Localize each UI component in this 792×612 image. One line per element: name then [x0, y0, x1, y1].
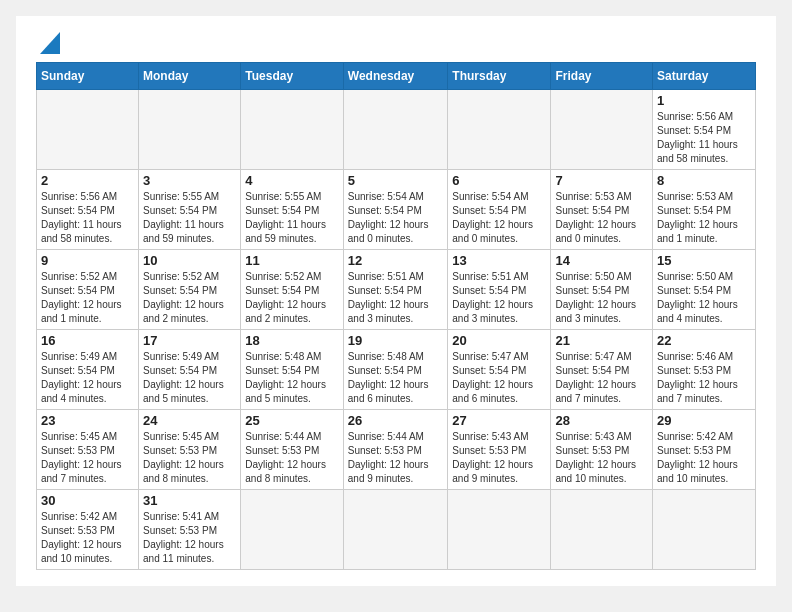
calendar-cell: 17Sunrise: 5:49 AM Sunset: 5:54 PM Dayli… [139, 330, 241, 410]
calendar-cell: 15Sunrise: 5:50 AM Sunset: 5:54 PM Dayli… [653, 250, 756, 330]
day-info: Sunrise: 5:48 AM Sunset: 5:54 PM Dayligh… [348, 350, 444, 406]
calendar-cell: 8Sunrise: 5:53 AM Sunset: 5:54 PM Daylig… [653, 170, 756, 250]
calendar-cell: 10Sunrise: 5:52 AM Sunset: 5:54 PM Dayli… [139, 250, 241, 330]
week-row-4: 23Sunrise: 5:45 AM Sunset: 5:53 PM Dayli… [37, 410, 756, 490]
calendar-cell: 25Sunrise: 5:44 AM Sunset: 5:53 PM Dayli… [241, 410, 344, 490]
week-row-5: 30Sunrise: 5:42 AM Sunset: 5:53 PM Dayli… [37, 490, 756, 570]
day-number: 24 [143, 413, 236, 428]
day-number: 19 [348, 333, 444, 348]
calendar-cell: 27Sunrise: 5:43 AM Sunset: 5:53 PM Dayli… [448, 410, 551, 490]
calendar-cell: 2Sunrise: 5:56 AM Sunset: 5:54 PM Daylig… [37, 170, 139, 250]
day-info: Sunrise: 5:49 AM Sunset: 5:54 PM Dayligh… [41, 350, 134, 406]
day-info: Sunrise: 5:41 AM Sunset: 5:53 PM Dayligh… [143, 510, 236, 566]
day-number: 2 [41, 173, 134, 188]
calendar-cell [653, 490, 756, 570]
calendar-cell [448, 490, 551, 570]
day-number: 27 [452, 413, 546, 428]
calendar-cell: 9Sunrise: 5:52 AM Sunset: 5:54 PM Daylig… [37, 250, 139, 330]
day-number: 15 [657, 253, 751, 268]
day-number: 31 [143, 493, 236, 508]
calendar-cell: 18Sunrise: 5:48 AM Sunset: 5:54 PM Dayli… [241, 330, 344, 410]
weekday-saturday: Saturday [653, 63, 756, 90]
day-info: Sunrise: 5:53 AM Sunset: 5:54 PM Dayligh… [657, 190, 751, 246]
calendar-cell: 5Sunrise: 5:54 AM Sunset: 5:54 PM Daylig… [343, 170, 448, 250]
calendar-cell: 28Sunrise: 5:43 AM Sunset: 5:53 PM Dayli… [551, 410, 653, 490]
day-number: 1 [657, 93, 751, 108]
day-info: Sunrise: 5:44 AM Sunset: 5:53 PM Dayligh… [245, 430, 339, 486]
day-info: Sunrise: 5:52 AM Sunset: 5:54 PM Dayligh… [245, 270, 339, 326]
day-info: Sunrise: 5:45 AM Sunset: 5:53 PM Dayligh… [143, 430, 236, 486]
calendar-cell: 16Sunrise: 5:49 AM Sunset: 5:54 PM Dayli… [37, 330, 139, 410]
day-number: 6 [452, 173, 546, 188]
calendar-cell: 22Sunrise: 5:46 AM Sunset: 5:53 PM Dayli… [653, 330, 756, 410]
calendar-cell: 3Sunrise: 5:55 AM Sunset: 5:54 PM Daylig… [139, 170, 241, 250]
header [36, 32, 756, 54]
calendar-cell: 13Sunrise: 5:51 AM Sunset: 5:54 PM Dayli… [448, 250, 551, 330]
calendar-cell [448, 90, 551, 170]
day-info: Sunrise: 5:47 AM Sunset: 5:54 PM Dayligh… [555, 350, 648, 406]
svg-marker-0 [40, 32, 60, 54]
weekday-header-row: SundayMondayTuesdayWednesdayThursdayFrid… [37, 63, 756, 90]
week-row-2: 9Sunrise: 5:52 AM Sunset: 5:54 PM Daylig… [37, 250, 756, 330]
day-number: 25 [245, 413, 339, 428]
day-info: Sunrise: 5:43 AM Sunset: 5:53 PM Dayligh… [452, 430, 546, 486]
calendar-cell: 24Sunrise: 5:45 AM Sunset: 5:53 PM Dayli… [139, 410, 241, 490]
day-info: Sunrise: 5:54 AM Sunset: 5:54 PM Dayligh… [452, 190, 546, 246]
day-number: 20 [452, 333, 546, 348]
day-number: 29 [657, 413, 751, 428]
day-number: 30 [41, 493, 134, 508]
calendar-cell [241, 90, 344, 170]
weekday-sunday: Sunday [37, 63, 139, 90]
day-info: Sunrise: 5:45 AM Sunset: 5:53 PM Dayligh… [41, 430, 134, 486]
day-info: Sunrise: 5:42 AM Sunset: 5:53 PM Dayligh… [657, 430, 751, 486]
day-number: 3 [143, 173, 236, 188]
calendar-cell: 21Sunrise: 5:47 AM Sunset: 5:54 PM Dayli… [551, 330, 653, 410]
day-info: Sunrise: 5:48 AM Sunset: 5:54 PM Dayligh… [245, 350, 339, 406]
calendar-cell [241, 490, 344, 570]
day-number: 13 [452, 253, 546, 268]
day-info: Sunrise: 5:47 AM Sunset: 5:54 PM Dayligh… [452, 350, 546, 406]
day-info: Sunrise: 5:52 AM Sunset: 5:54 PM Dayligh… [41, 270, 134, 326]
calendar-cell: 1Sunrise: 5:56 AM Sunset: 5:54 PM Daylig… [653, 90, 756, 170]
calendar-cell: 14Sunrise: 5:50 AM Sunset: 5:54 PM Dayli… [551, 250, 653, 330]
day-number: 12 [348, 253, 444, 268]
calendar-cell [551, 90, 653, 170]
day-number: 16 [41, 333, 134, 348]
day-info: Sunrise: 5:42 AM Sunset: 5:53 PM Dayligh… [41, 510, 134, 566]
calendar-cell [343, 90, 448, 170]
logo-inner [36, 32, 60, 54]
day-number: 10 [143, 253, 236, 268]
day-number: 21 [555, 333, 648, 348]
calendar-cell: 26Sunrise: 5:44 AM Sunset: 5:53 PM Dayli… [343, 410, 448, 490]
day-info: Sunrise: 5:52 AM Sunset: 5:54 PM Dayligh… [143, 270, 236, 326]
calendar-cell: 6Sunrise: 5:54 AM Sunset: 5:54 PM Daylig… [448, 170, 551, 250]
day-number: 4 [245, 173, 339, 188]
calendar-cell [551, 490, 653, 570]
day-number: 9 [41, 253, 134, 268]
weekday-wednesday: Wednesday [343, 63, 448, 90]
calendar-cell: 4Sunrise: 5:55 AM Sunset: 5:54 PM Daylig… [241, 170, 344, 250]
weekday-thursday: Thursday [448, 63, 551, 90]
day-info: Sunrise: 5:50 AM Sunset: 5:54 PM Dayligh… [555, 270, 648, 326]
day-number: 28 [555, 413, 648, 428]
calendar-cell: 7Sunrise: 5:53 AM Sunset: 5:54 PM Daylig… [551, 170, 653, 250]
calendar-cell: 11Sunrise: 5:52 AM Sunset: 5:54 PM Dayli… [241, 250, 344, 330]
day-number: 17 [143, 333, 236, 348]
day-info: Sunrise: 5:56 AM Sunset: 5:54 PM Dayligh… [41, 190, 134, 246]
day-number: 26 [348, 413, 444, 428]
day-info: Sunrise: 5:50 AM Sunset: 5:54 PM Dayligh… [657, 270, 751, 326]
weekday-friday: Friday [551, 63, 653, 90]
week-row-3: 16Sunrise: 5:49 AM Sunset: 5:54 PM Dayli… [37, 330, 756, 410]
calendar-cell: 12Sunrise: 5:51 AM Sunset: 5:54 PM Dayli… [343, 250, 448, 330]
day-info: Sunrise: 5:51 AM Sunset: 5:54 PM Dayligh… [348, 270, 444, 326]
calendar-cell: 30Sunrise: 5:42 AM Sunset: 5:53 PM Dayli… [37, 490, 139, 570]
weekday-monday: Monday [139, 63, 241, 90]
calendar-cell [343, 490, 448, 570]
day-number: 22 [657, 333, 751, 348]
calendar-cell: 29Sunrise: 5:42 AM Sunset: 5:53 PM Dayli… [653, 410, 756, 490]
day-info: Sunrise: 5:55 AM Sunset: 5:54 PM Dayligh… [143, 190, 236, 246]
day-number: 5 [348, 173, 444, 188]
calendar-cell: 31Sunrise: 5:41 AM Sunset: 5:53 PM Dayli… [139, 490, 241, 570]
logo [36, 32, 60, 54]
calendar-cell: 19Sunrise: 5:48 AM Sunset: 5:54 PM Dayli… [343, 330, 448, 410]
